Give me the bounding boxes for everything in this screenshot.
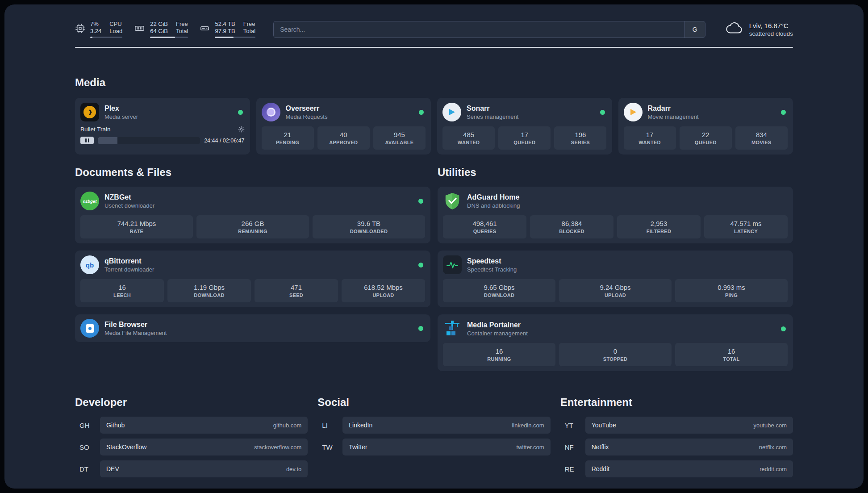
overseerr-icon [262, 103, 280, 121]
stat-tile: 39.6 TB DOWNLOADED [313, 215, 425, 238]
bookmark-reddit[interactable]: RE Reddit reddit.com [560, 460, 793, 477]
disk-icon [200, 23, 210, 35]
pause-button[interactable] [80, 137, 94, 144]
service-description: Media server [104, 113, 138, 120]
status-dot [418, 326, 423, 331]
service-card-overseerr[interactable]: Overseerr Media Requests 21 PENDING 40 A… [256, 98, 431, 155]
bookmark-group-entertainment: Entertainment YT YouTube youtube.com NF … [560, 396, 793, 482]
stat-tile: 9.24 Gbps UPLOAD [559, 279, 672, 302]
service-description: Movie management [648, 113, 699, 120]
stat-tile: 0 STOPPED [559, 343, 672, 366]
stat-tile: 0.993 ms PING [675, 279, 788, 302]
service-description: Series management [467, 113, 518, 120]
player-settings-gear-icon[interactable] [238, 126, 245, 133]
section-title-developer: Developer [75, 396, 308, 409]
cpu-icon [75, 23, 85, 35]
memory-icon [134, 23, 145, 35]
section-title-entertainment: Entertainment [560, 396, 793, 409]
now-playing-title: Bullet Train [80, 126, 111, 133]
stat-tile: 47.571 ms LATENCY [704, 215, 788, 238]
service-card-adguard[interactable]: AdGuard Home DNS and adblocking 498,461 … [438, 187, 793, 243]
service-name: AdGuard Home [467, 193, 520, 201]
status-dot [238, 110, 243, 115]
stat-tile: 618.52 Mbps UPLOAD [342, 279, 425, 302]
service-name: Radarr [648, 104, 699, 113]
bookmark-netflix[interactable]: NF Netflix netflix.com [560, 439, 793, 455]
bookmark-name: Netflix [592, 443, 609, 451]
disk-widget: 52.4 TB 97.9 TB Free Total [200, 21, 255, 38]
service-card-filebrowser[interactable]: File Browser Media File Management [75, 314, 430, 342]
service-card-speedtest[interactable]: Speedtest Speedtest Tracking 9.65 Gbps D… [438, 251, 793, 307]
bookmark-name: Twitter [349, 443, 367, 451]
bookmark-abbr: NF [560, 443, 585, 451]
bookmark-name: LinkedIn [349, 422, 372, 429]
cloud-icon [725, 22, 744, 37]
disk-progress-bar [215, 37, 255, 38]
stat-tile: 196 SERIES [554, 126, 606, 150]
service-card-radarr[interactable]: Radarr Movie management 17 WANTED 22 QUE… [618, 98, 793, 155]
bookmark-group-social: Social LI LinkedIn linkedin.com TW Twitt… [317, 396, 550, 482]
service-description: Speedtest Tracking [467, 266, 517, 273]
stat-tile: 17 QUEUED [498, 126, 551, 150]
section-title-media: Media [75, 76, 793, 89]
service-description: Container management [467, 330, 528, 337]
bookmark-url: twitter.com [517, 444, 544, 451]
service-card-nzbget[interactable]: nzbget NZBGet Usenet downloader 744.21 M… [75, 187, 430, 243]
service-name: Sonarr [467, 104, 518, 113]
bookmark-github[interactable]: GH Github github.com [75, 417, 308, 434]
now-playing-widget: Bullet Train 24:44 / 0 [80, 126, 245, 144]
service-card-portainer[interactable]: Media Portainer Container management 16 … [438, 314, 793, 371]
disk-label-top: Free [243, 21, 255, 27]
radarr-icon [624, 103, 643, 121]
stat-tile: 22 QUEUED [680, 126, 732, 150]
disk-free-value: 52.4 TB [215, 21, 235, 27]
bookmark-linkedin[interactable]: LI LinkedIn linkedin.com [317, 417, 550, 434]
bookmark-name: Github [106, 422, 125, 429]
cpu-label-bottom: Load [109, 28, 122, 34]
search-bar: G [273, 21, 705, 38]
filebrowser-icon [80, 319, 99, 338]
disk-label-bottom: Total [243, 28, 255, 34]
bookmark-name: DEV [106, 465, 119, 472]
service-card-qbittorrent[interactable]: qb qBittorrent Torrent downloader 16 LEE… [75, 251, 430, 307]
bookmark-name: StackOverflow [106, 443, 146, 451]
bookmark-name: YouTube [592, 422, 616, 429]
memory-free-value: 22 GiB [150, 21, 168, 27]
playback-progress-bar[interactable] [98, 137, 200, 144]
bookmark-abbr: SO [75, 443, 100, 451]
bookmark-dev[interactable]: DT DEV dev.to [75, 460, 308, 477]
memory-total-value: 64 GiB [150, 28, 168, 34]
service-description: Media File Management [104, 330, 167, 336]
bookmark-abbr: TW [317, 443, 342, 451]
weather-widget: Lviv, 16.87°C scattered clouds [725, 22, 793, 37]
bookmark-url: linkedin.com [512, 422, 544, 429]
search-input[interactable] [274, 21, 684, 38]
qbittorrent-icon: qb [80, 255, 99, 274]
bookmark-url: netflix.com [759, 444, 787, 451]
search-provider-button[interactable]: G [684, 21, 705, 38]
cpu-progress-bar [90, 37, 122, 38]
stat-tile: 485 WANTED [442, 126, 495, 150]
service-name: NZBGet [104, 193, 154, 201]
section-title-utilities: Utilities [438, 166, 793, 179]
status-dot [600, 110, 605, 115]
speedtest-icon [443, 255, 462, 274]
service-card-sonarr[interactable]: Sonarr Series management 485 WANTED 17 Q… [437, 98, 612, 155]
memory-label-top: Free [176, 21, 188, 27]
service-card-plex[interactable]: Plex Media server Bullet Train [75, 98, 250, 155]
bookmark-abbr: GH [75, 422, 100, 429]
service-name: Speedtest [467, 257, 517, 265]
nzbget-icon: nzbget [80, 192, 99, 210]
bookmark-stackoverflow[interactable]: SO StackOverflow stackoverflow.com [75, 439, 308, 455]
plex-icon [80, 103, 99, 121]
memory-progress-bar [150, 37, 188, 38]
bookmark-url: stackoverflow.com [254, 444, 301, 451]
utilities-column: Utilities [438, 166, 793, 371]
status-dot [418, 199, 423, 204]
cpu-usage: 7% [90, 21, 101, 27]
section-title-social: Social [317, 396, 550, 409]
bookmark-twitter[interactable]: TW Twitter twitter.com [317, 439, 550, 455]
bookmark-youtube[interactable]: YT YouTube youtube.com [560, 417, 793, 434]
cpu-widget: 7% 3.24 CPU Load [75, 21, 122, 38]
bookmark-url: reddit.com [760, 466, 787, 472]
